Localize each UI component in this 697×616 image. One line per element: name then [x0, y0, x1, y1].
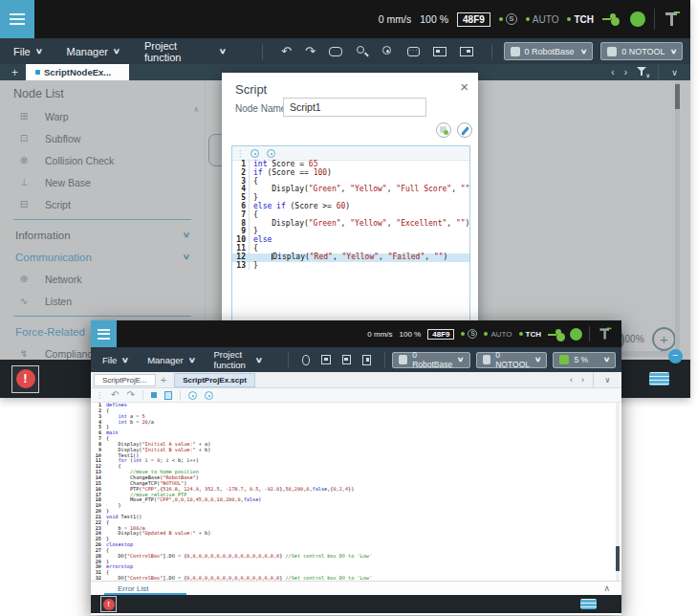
track-icon[interactable] [302, 355, 310, 365]
divider [180, 390, 181, 400]
tab-scroll-left-icon[interactable]: ‹ [611, 67, 614, 77]
editor-toolbar: ⋮ [232, 146, 469, 161]
editor-macro-icon-2[interactable] [267, 149, 275, 158]
keyboard-icon[interactable] [580, 599, 597, 609]
undo-icon[interactable]: ↶ [281, 45, 292, 57]
redo-icon[interactable]: ↷ [305, 45, 316, 57]
file-menu[interactable]: File∨ [102, 355, 128, 365]
tch-status-dot [567, 17, 571, 21]
tool-icon [483, 355, 491, 364]
safety-status-dot [499, 17, 503, 21]
tab-scroll-left-icon[interactable]: ‹ [570, 375, 573, 385]
panel-collapse-icon[interactable]: ∨ [658, 64, 690, 80]
tch-mode-indicator: TCH [519, 330, 541, 339]
tcp-point-icon[interactable] [381, 45, 394, 57]
screen-split-icon[interactable] [433, 47, 447, 56]
servo-on-indicator[interactable] [570, 328, 582, 341]
screen-full-icon[interactable] [342, 355, 352, 364]
copy-paste-icon[interactable] [164, 391, 172, 400]
robot-status-cluster: 0 mm/s 100 % 48F9 S AUTO TCH [367, 325, 621, 342]
editor-macro-icon-1[interactable] [188, 391, 197, 400]
tch-mode-indicator: TCH [567, 14, 594, 25]
tool-dropdown[interactable]: 0 NOTOOL∨ [600, 42, 683, 60]
node-name-input[interactable] [283, 98, 426, 117]
robot-base-dropdown[interactable]: 0 RobotBase∨ [504, 42, 594, 60]
tool-gripper-icon[interactable] [599, 327, 612, 341]
dialog-title: Script [235, 82, 267, 97]
manager-menu[interactable]: Manager∨ [147, 355, 194, 365]
speed-dropdown[interactable]: 5 %∨ [553, 352, 616, 368]
tool-gripper-icon[interactable] [664, 11, 681, 28]
screen-full-icon[interactable] [460, 47, 473, 56]
robot-connection-icon [548, 328, 563, 340]
safety-s-icon: S [468, 329, 477, 339]
tab-scriptprojex-active[interactable]: ScriptProjEx.scpt [174, 373, 255, 387]
drag-handle-icon[interactable]: ⋮ [236, 149, 243, 158]
search-icon[interactable] [356, 45, 368, 57]
redo-icon[interactable]: ↷ [126, 390, 134, 400]
save-icon[interactable] [362, 355, 370, 365]
script-project-window: 0 mm/s 100 % 48F9 S AUTO TCH File∨ Manag… [91, 320, 621, 615]
auto-status-dot [484, 332, 488, 336]
panel-collapse-icon[interactable]: ∨ [593, 372, 621, 387]
dialog-code-lines[interactable]: 1int Score = 652if (Score == 100)3{4 Dis… [232, 161, 469, 270]
script-dialog: Script × Node Name ⋮ 1int Score = 652if … [222, 73, 478, 360]
add-tab-button[interactable]: + [161, 374, 166, 385]
robot-base-dropdown[interactable]: 0 RobotBase∨ [392, 352, 469, 368]
alarm-warning-button[interactable]: ! [11, 365, 39, 393]
safety-indicator: S [461, 329, 477, 339]
divider [288, 352, 289, 367]
tool-dropdown[interactable]: 0 NOTOOL∨ [476, 352, 548, 368]
screen-split-icon[interactable] [321, 355, 331, 364]
alarm-warning-button[interactable]: ! [100, 596, 117, 612]
robot-connection-icon [602, 12, 621, 26]
warning-icon: ! [103, 599, 115, 610]
insert-snippet-button[interactable] [436, 122, 451, 138]
stop-icon[interactable] [151, 392, 157, 398]
safety-s-icon: S [506, 13, 517, 25]
hamburger-menu-button[interactable] [0, 0, 34, 38]
tch-status-dot [519, 332, 523, 336]
servo-on-indicator[interactable] [630, 11, 645, 27]
drag-handle-icon[interactable]: ⋮ [96, 391, 103, 400]
keyboard-icon[interactable] [649, 372, 669, 385]
undo-icon[interactable]: ↶ [111, 390, 119, 400]
auto-mode-indicator: AUTO [526, 14, 559, 25]
project-code-editor[interactable]: 1defines2{3 int a = 54 int b = 20/a5}6ma… [91, 403, 621, 581]
divider [491, 44, 492, 59]
base-icon [511, 47, 520, 56]
project-function-menu[interactable]: Project function∨ [214, 349, 262, 370]
expand-panel-icon[interactable]: ∧ [603, 583, 610, 593]
robot-code-badge[interactable]: 48F9 [427, 329, 454, 340]
robot-code-badge[interactable]: 48F9 [457, 12, 490, 27]
tool-icon [607, 47, 617, 56]
menu-bar: File∨ Manager∨ Project function∨ ↶ ↷ ···… [0, 38, 690, 64]
add-tab-button[interactable]: + [11, 67, 18, 78]
file-menu[interactable]: File∨ [13, 46, 42, 57]
bottom-status-bar: ! [91, 595, 621, 613]
error-list-tab[interactable]: Error List [118, 584, 148, 593]
close-icon[interactable]: × [460, 78, 468, 95]
manager-menu[interactable]: Manager∨ [67, 46, 120, 57]
collapse-handle-icon[interactable]: − [668, 349, 683, 363]
tab-scroll-right-icon[interactable]: › [581, 375, 584, 385]
base-icon [399, 355, 407, 364]
filter-icon[interactable]: ∨ [637, 67, 648, 77]
tab-scroll-right-icon[interactable]: › [624, 67, 627, 77]
speed-readout: 0 mm/s [379, 13, 411, 25]
edit-pencil-button[interactable] [457, 122, 472, 138]
shape-tool-icon[interactable] [329, 47, 343, 56]
hamburger-menu-button[interactable] [91, 320, 117, 347]
editor-macro-icon-2[interactable] [205, 391, 213, 400]
editor-toolbar: ⋮ ↶ ↷ [91, 388, 621, 403]
vertical-scrollbar-thumb[interactable] [616, 546, 620, 571]
safety-indicator: S [499, 13, 517, 25]
project-function-menu[interactable]: Project function∨ [144, 40, 226, 63]
speed-percent-readout: 100 % [400, 330, 422, 339]
divider [384, 352, 385, 367]
editor-macro-icon-1[interactable] [250, 149, 259, 158]
safety-status-dot [461, 332, 465, 336]
tab-scriptproj[interactable]: ScriptProjE... [94, 374, 156, 386]
tab-scriptnodeex[interactable]: ScriptNodeEx... [26, 64, 129, 80]
comment-icon[interactable]: ··· [407, 47, 421, 56]
